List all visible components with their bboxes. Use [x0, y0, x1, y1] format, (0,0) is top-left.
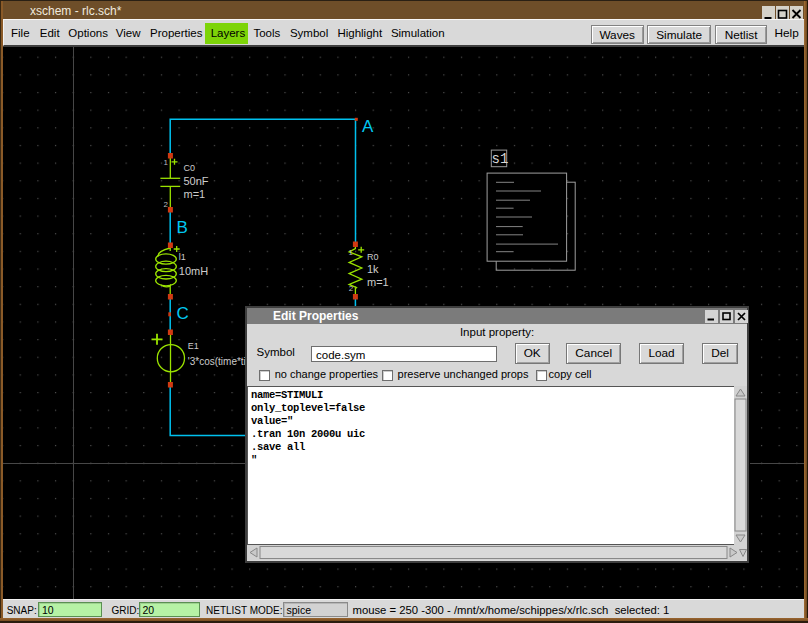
svg-text:1k: 1k	[367, 263, 379, 275]
svg-text:50nF: 50nF	[184, 175, 209, 187]
svg-text:A: A	[362, 117, 374, 136]
svg-text:m=1: m=1	[367, 276, 389, 288]
svg-text:E1: E1	[188, 341, 199, 351]
svg-text:C: C	[177, 304, 189, 323]
svg-text:m=1: m=1	[184, 188, 206, 200]
svg-text:s1: s1	[492, 151, 509, 167]
svg-text:10mH: 10mH	[179, 265, 208, 277]
svg-text:B: B	[177, 218, 188, 237]
svg-text:'3*cos(time*ti: '3*cos(time*ti	[188, 356, 246, 367]
svg-text:2: 2	[164, 200, 169, 209]
svg-text:R0: R0	[367, 252, 379, 262]
svg-text:C0: C0	[184, 163, 196, 173]
svg-text:1: 1	[349, 248, 354, 257]
svg-text:1: 1	[164, 158, 169, 167]
svg-text:2: 2	[349, 284, 354, 293]
svg-text:l1: l1	[179, 252, 186, 262]
